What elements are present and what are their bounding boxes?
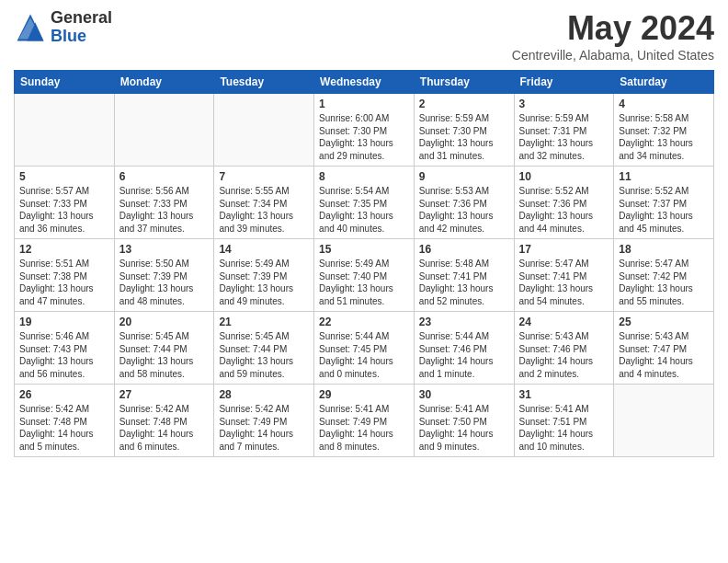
calendar-cell: 11Sunrise: 5:52 AM Sunset: 7:37 PM Dayli… bbox=[614, 167, 714, 239]
day-info: Sunrise: 5:46 AM Sunset: 7:43 PM Dayligh… bbox=[19, 330, 109, 380]
page-header: General Blue May 2024 Centreville, Alaba… bbox=[14, 9, 714, 63]
calendar-cell bbox=[614, 385, 714, 457]
day-info: Sunrise: 5:43 AM Sunset: 7:47 PM Dayligh… bbox=[619, 330, 709, 380]
calendar-cell: 27Sunrise: 5:42 AM Sunset: 7:48 PM Dayli… bbox=[114, 385, 214, 457]
calendar-cell: 9Sunrise: 5:53 AM Sunset: 7:36 PM Daylig… bbox=[414, 167, 514, 239]
day-info: Sunrise: 5:41 AM Sunset: 7:51 PM Dayligh… bbox=[519, 403, 609, 453]
day-info: Sunrise: 5:47 AM Sunset: 7:42 PM Dayligh… bbox=[619, 258, 709, 307]
calendar-cell: 7Sunrise: 5:55 AM Sunset: 7:34 PM Daylig… bbox=[214, 167, 314, 239]
calendar-cell: 30Sunrise: 5:41 AM Sunset: 7:50 PM Dayli… bbox=[414, 385, 514, 457]
day-number: 10 bbox=[519, 170, 609, 183]
day-info: Sunrise: 5:58 AM Sunset: 7:32 PM Dayligh… bbox=[619, 112, 709, 162]
calendar-cell: 12Sunrise: 5:51 AM Sunset: 7:38 PM Dayli… bbox=[15, 239, 115, 312]
day-number: 22 bbox=[319, 316, 409, 328]
day-info: Sunrise: 5:52 AM Sunset: 7:36 PM Dayligh… bbox=[519, 185, 609, 235]
calendar-cell: 29Sunrise: 5:41 AM Sunset: 7:49 PM Dayli… bbox=[314, 385, 415, 457]
day-info: Sunrise: 5:56 AM Sunset: 7:33 PM Dayligh… bbox=[119, 185, 210, 235]
day-number: 27 bbox=[119, 388, 210, 401]
day-info: Sunrise: 5:42 AM Sunset: 7:49 PM Dayligh… bbox=[219, 403, 309, 453]
logo: General Blue bbox=[14, 9, 112, 46]
calendar-week-row: 19Sunrise: 5:46 AM Sunset: 7:43 PM Dayli… bbox=[15, 312, 714, 385]
day-number: 14 bbox=[219, 243, 309, 256]
calendar: SundayMondayTuesdayWednesdayThursdayFrid… bbox=[14, 70, 714, 457]
day-info: Sunrise: 5:57 AM Sunset: 7:33 PM Dayligh… bbox=[19, 185, 109, 235]
day-number: 18 bbox=[619, 243, 709, 256]
day-info: Sunrise: 5:49 AM Sunset: 7:39 PM Dayligh… bbox=[219, 258, 309, 307]
calendar-cell bbox=[214, 94, 314, 167]
calendar-cell: 13Sunrise: 5:50 AM Sunset: 7:39 PM Dayli… bbox=[114, 239, 214, 312]
calendar-cell: 4Sunrise: 5:58 AM Sunset: 7:32 PM Daylig… bbox=[614, 94, 714, 167]
logo-icon bbox=[14, 11, 47, 44]
calendar-cell: 21Sunrise: 5:45 AM Sunset: 7:44 PM Dayli… bbox=[214, 312, 314, 385]
day-info: Sunrise: 5:48 AM Sunset: 7:41 PM Dayligh… bbox=[419, 258, 509, 307]
day-info: Sunrise: 5:50 AM Sunset: 7:39 PM Dayligh… bbox=[119, 258, 210, 307]
calendar-cell: 6Sunrise: 5:56 AM Sunset: 7:33 PM Daylig… bbox=[114, 167, 214, 239]
day-info: Sunrise: 5:59 AM Sunset: 7:30 PM Dayligh… bbox=[419, 112, 509, 162]
day-info: Sunrise: 5:47 AM Sunset: 7:41 PM Dayligh… bbox=[519, 258, 609, 307]
day-number: 24 bbox=[519, 316, 609, 328]
day-number: 12 bbox=[19, 243, 109, 256]
day-info: Sunrise: 5:44 AM Sunset: 7:45 PM Dayligh… bbox=[319, 330, 409, 380]
day-info: Sunrise: 5:42 AM Sunset: 7:48 PM Dayligh… bbox=[119, 403, 210, 453]
calendar-cell bbox=[114, 94, 214, 167]
day-number: 20 bbox=[119, 316, 210, 328]
day-number: 7 bbox=[219, 170, 309, 183]
day-info: Sunrise: 5:41 AM Sunset: 7:49 PM Dayligh… bbox=[319, 403, 409, 453]
day-info: Sunrise: 5:41 AM Sunset: 7:50 PM Dayligh… bbox=[419, 403, 509, 453]
weekday-header: Friday bbox=[514, 71, 614, 94]
calendar-cell: 3Sunrise: 5:59 AM Sunset: 7:31 PM Daylig… bbox=[514, 94, 614, 167]
calendar-cell: 16Sunrise: 5:48 AM Sunset: 7:41 PM Dayli… bbox=[414, 239, 514, 312]
calendar-cell: 10Sunrise: 5:52 AM Sunset: 7:36 PM Dayli… bbox=[514, 167, 614, 239]
day-number: 6 bbox=[119, 170, 210, 183]
weekday-header: Tuesday bbox=[214, 71, 314, 94]
calendar-cell: 18Sunrise: 5:47 AM Sunset: 7:42 PM Dayli… bbox=[614, 239, 714, 312]
day-number: 11 bbox=[619, 170, 709, 183]
calendar-cell: 5Sunrise: 5:57 AM Sunset: 7:33 PM Daylig… bbox=[15, 167, 115, 239]
day-number: 2 bbox=[419, 98, 509, 110]
calendar-week-row: 5Sunrise: 5:57 AM Sunset: 7:33 PM Daylig… bbox=[15, 167, 714, 239]
month-title: May 2024 bbox=[512, 9, 714, 48]
day-number: 21 bbox=[219, 316, 309, 328]
day-info: Sunrise: 5:45 AM Sunset: 7:44 PM Dayligh… bbox=[119, 330, 210, 380]
calendar-cell: 20Sunrise: 5:45 AM Sunset: 7:44 PM Dayli… bbox=[114, 312, 214, 385]
day-info: Sunrise: 5:42 AM Sunset: 7:48 PM Dayligh… bbox=[19, 403, 109, 453]
day-info: Sunrise: 5:52 AM Sunset: 7:37 PM Dayligh… bbox=[619, 185, 709, 235]
calendar-cell: 24Sunrise: 5:43 AM Sunset: 7:46 PM Dayli… bbox=[514, 312, 614, 385]
calendar-cell: 14Sunrise: 5:49 AM Sunset: 7:39 PM Dayli… bbox=[214, 239, 314, 312]
calendar-cell: 28Sunrise: 5:42 AM Sunset: 7:49 PM Dayli… bbox=[214, 385, 314, 457]
calendar-cell: 23Sunrise: 5:44 AM Sunset: 7:46 PM Dayli… bbox=[414, 312, 514, 385]
day-number: 8 bbox=[319, 170, 409, 183]
calendar-cell: 25Sunrise: 5:43 AM Sunset: 7:47 PM Dayli… bbox=[614, 312, 714, 385]
calendar-cell: 15Sunrise: 5:49 AM Sunset: 7:40 PM Dayli… bbox=[314, 239, 415, 312]
day-info: Sunrise: 6:00 AM Sunset: 7:30 PM Dayligh… bbox=[319, 112, 409, 162]
weekday-header: Wednesday bbox=[314, 71, 415, 94]
calendar-week-row: 1Sunrise: 6:00 AM Sunset: 7:30 PM Daylig… bbox=[15, 94, 714, 167]
calendar-cell: 22Sunrise: 5:44 AM Sunset: 7:45 PM Dayli… bbox=[314, 312, 415, 385]
calendar-cell: 19Sunrise: 5:46 AM Sunset: 7:43 PM Dayli… bbox=[15, 312, 115, 385]
day-number: 28 bbox=[219, 388, 309, 401]
day-info: Sunrise: 5:49 AM Sunset: 7:40 PM Dayligh… bbox=[319, 258, 409, 307]
day-info: Sunrise: 5:59 AM Sunset: 7:31 PM Dayligh… bbox=[519, 112, 609, 162]
day-number: 19 bbox=[19, 316, 109, 328]
day-number: 29 bbox=[319, 388, 409, 401]
day-number: 17 bbox=[519, 243, 609, 256]
calendar-header-row: SundayMondayTuesdayWednesdayThursdayFrid… bbox=[15, 71, 714, 94]
logo-text: General Blue bbox=[51, 9, 112, 46]
day-info: Sunrise: 5:53 AM Sunset: 7:36 PM Dayligh… bbox=[419, 185, 509, 235]
day-number: 4 bbox=[619, 98, 709, 110]
weekday-header: Sunday bbox=[15, 71, 115, 94]
day-number: 13 bbox=[119, 243, 210, 256]
day-info: Sunrise: 5:55 AM Sunset: 7:34 PM Dayligh… bbox=[219, 185, 309, 235]
logo-blue: Blue bbox=[51, 28, 112, 46]
day-info: Sunrise: 5:45 AM Sunset: 7:44 PM Dayligh… bbox=[219, 330, 309, 380]
calendar-cell: 17Sunrise: 5:47 AM Sunset: 7:41 PM Dayli… bbox=[514, 239, 614, 312]
location-title: Centreville, Alabama, United States bbox=[512, 48, 714, 63]
calendar-cell: 31Sunrise: 5:41 AM Sunset: 7:51 PM Dayli… bbox=[514, 385, 614, 457]
day-number: 16 bbox=[419, 243, 509, 256]
day-number: 31 bbox=[519, 388, 609, 401]
calendar-cell: 1Sunrise: 6:00 AM Sunset: 7:30 PM Daylig… bbox=[314, 94, 415, 167]
weekday-header: Thursday bbox=[414, 71, 514, 94]
day-number: 30 bbox=[419, 388, 509, 401]
calendar-cell: 8Sunrise: 5:54 AM Sunset: 7:35 PM Daylig… bbox=[314, 167, 415, 239]
calendar-week-row: 26Sunrise: 5:42 AM Sunset: 7:48 PM Dayli… bbox=[15, 385, 714, 457]
